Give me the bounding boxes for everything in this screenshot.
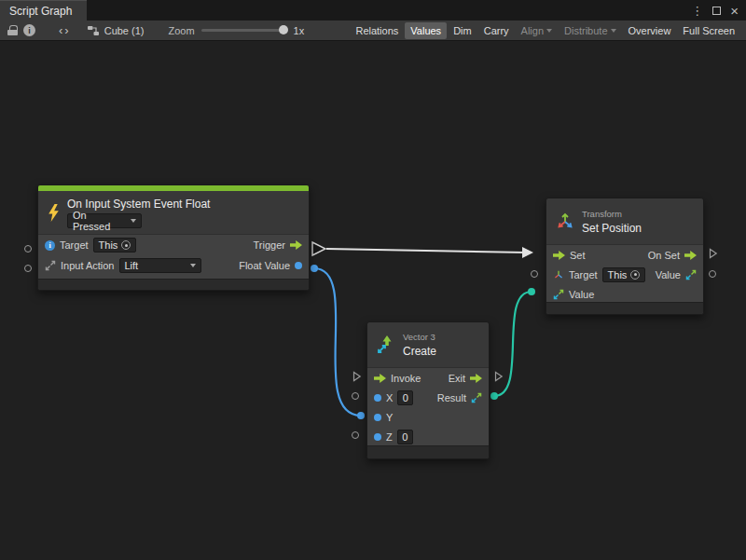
set-value-output-port[interactable] [709, 270, 716, 278]
on-set-label: On Set [648, 250, 680, 261]
dim-button[interactable]: Dim [448, 22, 477, 39]
node-title: On Input System Event Float [67, 198, 210, 211]
event-target-input-port[interactable] [24, 245, 32, 253]
flow-arrow-icon [553, 251, 565, 260]
trigger-port-triangle-icon [312, 242, 325, 255]
input-action-label: Input Action [61, 260, 115, 271]
target-object-field[interactable]: This [93, 238, 137, 253]
target-object-field[interactable]: This [602, 267, 646, 282]
vector-z-input-port[interactable] [352, 431, 359, 439]
port-row-z: Z 0 [367, 427, 489, 446]
zoom-value: 1x [294, 25, 305, 36]
z-value-field[interactable]: 0 [397, 430, 413, 444]
graph-toolbar: i ‹ › Cube (1) Zoom 1x Relations Values … [0, 20, 746, 41]
invoke-input-port[interactable] [352, 371, 362, 382]
toolbar-button-group: Relations Values Dim Carry Align Distrib… [350, 22, 740, 39]
y-port-icon[interactable] [374, 414, 381, 421]
vector3-mini-icon [553, 289, 564, 300]
node-on-input-system-event-float[interactable]: On Input System Event Float On Pressed T… [37, 184, 310, 291]
lock-icon[interactable] [7, 25, 18, 35]
port-row-invoke: Invoke Exit [367, 368, 489, 388]
port-row-input-action: Input Action Lift Float Value [38, 255, 309, 276]
wire-arrowhead-icon [522, 247, 533, 258]
gameobject-icon [45, 240, 55, 251]
float-value-port-icon[interactable] [295, 262, 302, 269]
carry-button[interactable]: Carry [478, 22, 515, 39]
z-port-icon[interactable] [374, 433, 381, 441]
info-icon[interactable]: i [23, 24, 35, 36]
node-set-position[interactable]: Transform Set Position Set On Set [546, 198, 704, 315]
zoom-slider[interactable] [201, 29, 287, 32]
node-category: Vector 3 [403, 332, 436, 342]
flow-arrow-icon [684, 251, 697, 260]
x-port-icon[interactable] [374, 394, 381, 402]
close-icon[interactable]: × [730, 4, 739, 18]
port-row-x: X 0 Result [367, 388, 489, 407]
port-row-set: Set On Set [546, 245, 703, 265]
node-header: On Input System Event Float On Pressed [38, 191, 309, 234]
set-target-input-port[interactable] [531, 270, 538, 278]
lightning-icon [47, 204, 61, 222]
zoom-control: Zoom 1x [168, 25, 304, 36]
node-vector3-create[interactable]: Vector 3 Create Invoke Exit X 0 [366, 321, 490, 459]
graph-target-reference[interactable]: Cube (1) [87, 24, 145, 37]
object-picker-icon[interactable] [630, 270, 640, 280]
object-picker-icon[interactable] [121, 240, 131, 250]
align-dropdown[interactable]: Align [516, 22, 558, 39]
x-value: 0 [403, 392, 408, 403]
port-row-value: Value [546, 284, 703, 304]
vector-x-input-port[interactable] [352, 392, 359, 400]
port-row-y: Y [367, 407, 489, 427]
y-label: Y [386, 412, 393, 423]
zoom-label: Zoom [168, 25, 194, 36]
breadcrumb-nav[interactable]: ‹ › [58, 23, 70, 37]
node-body: Invoke Exit X 0 Result [367, 367, 489, 446]
vector3-icon [376, 335, 396, 355]
maximize-icon[interactable] [712, 7, 721, 15]
node-footer [367, 445, 489, 458]
port-row-target: Target This Value [546, 265, 703, 284]
zoom-slider-handle[interactable] [279, 25, 288, 34]
chevron-down-icon [611, 29, 616, 33]
z-label: Z [386, 431, 393, 443]
distribute-dropdown[interactable]: Distribute [559, 22, 621, 39]
node-category: Transform [582, 209, 642, 219]
fullscreen-button[interactable]: Full Screen [677, 22, 740, 39]
y-port-dot [357, 412, 365, 419]
event-mode-value: On Pressed [73, 210, 127, 232]
value-input-label: Value [569, 289, 594, 300]
window-tab-bar: Script Graph ⋮ × [0, 0, 746, 20]
vector3-mini-icon [471, 392, 482, 403]
chevron-down-icon [190, 264, 196, 267]
menu-icon[interactable]: ⋮ [691, 5, 703, 17]
window-controls: ⋮ × [684, 0, 746, 20]
input-action-dropdown[interactable]: Lift [119, 258, 201, 273]
wire-trigger-to-set [326, 249, 526, 253]
node-title: Create [403, 345, 436, 358]
distribute-label: Distribute [564, 25, 607, 36]
tab-title: Script Graph [9, 5, 72, 18]
target-label: Target [60, 239, 89, 251]
node-title: Set Position [582, 222, 642, 235]
port-row-target: Target This Trigger [38, 235, 309, 255]
z-value: 0 [402, 431, 408, 443]
chevron-down-icon [131, 219, 136, 223]
values-button[interactable]: Values [405, 22, 447, 39]
exit-output-port[interactable] [494, 371, 504, 382]
event-mode-dropdown[interactable]: On Pressed [67, 213, 142, 228]
value-output-label: Value [656, 269, 681, 280]
tab-script-graph[interactable]: Script Graph [0, 0, 87, 20]
x-value-field[interactable]: 0 [397, 390, 413, 405]
node-header: Transform Set Position [546, 198, 703, 244]
script-graph-icon [87, 24, 100, 37]
on-set-output-port[interactable] [709, 248, 718, 259]
relations-button[interactable]: Relations [350, 22, 404, 39]
overview-button[interactable]: Overview [623, 22, 677, 39]
result-label: Result [437, 392, 466, 403]
input-action-icon [45, 260, 56, 271]
event-action-input-port[interactable] [24, 265, 32, 272]
graph-canvas[interactable]: On Input System Event Float On Pressed T… [0, 41, 746, 560]
floatvalue-port-dot [311, 265, 318, 272]
float-value-label: Float Value [239, 260, 290, 271]
flow-arrow-icon [290, 240, 302, 250]
